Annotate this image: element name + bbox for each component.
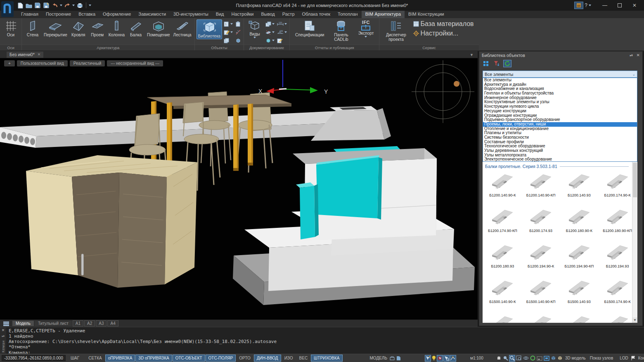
elevation-mark-button[interactable]: 100	[276, 28, 288, 36]
scrollbar-thumb[interactable]	[633, 163, 637, 197]
nastroyki-button[interactable]: Настройки...	[412, 30, 474, 37]
model-viewport[interactable]: + Пользовательский вид Реалистичный --- …	[0, 58, 478, 319]
visual-style-button[interactable]: Реалистичный	[70, 60, 105, 66]
beam-series-section-header[interactable]: Балки пролетные. Серия 3.503.1-81 ▲	[483, 162, 637, 170]
help-button[interactable]: ?	[585, 2, 587, 8]
open-folder-icon[interactable]	[25, 2, 33, 9]
object-numbering-button[interactable]: 1	[223, 20, 234, 28]
kolonna-button[interactable]: Колонна	[107, 19, 126, 38]
save-as-icon[interactable]	[43, 2, 50, 9]
app-logo-icon[interactable]	[1, 1, 14, 17]
selected-cyan-box[interactable]	[316, 155, 382, 220]
toggle-3d-oprivyazka[interactable]: 3D оПРИВЯЗКА	[135, 355, 172, 362]
close-button[interactable]: ✕	[627, 1, 642, 10]
eksport-ifc-button[interactable]: IFC Экспорт	[357, 19, 375, 38]
beam-item-partial[interactable]	[483, 312, 522, 323]
tab-bim-konstrukcii[interactable]: BIM Конструкции	[405, 11, 448, 18]
sheet-tab-a4[interactable]: А4	[107, 320, 118, 327]
panel-cadlib-button[interactable]: Панель CADLib	[329, 19, 353, 42]
osi-button[interactable]: Оси	[2, 19, 20, 38]
sheet-icon[interactable]	[395, 355, 401, 362]
category-combobox[interactable]: Все элементы ⌄	[483, 71, 637, 78]
proem-button[interactable]: Проем	[88, 19, 107, 38]
toggle-shag[interactable]: ШАГ	[68, 355, 82, 362]
new-file-icon[interactable]	[17, 2, 24, 9]
category-item[interactable]: Несущие конструкции	[483, 109, 637, 114]
object-explode-button[interactable]	[234, 28, 242, 36]
tab-topoplan[interactable]: Топоплан	[334, 11, 362, 18]
section-view-button[interactable]	[265, 28, 275, 36]
save-icon[interactable]	[34, 2, 41, 9]
contour-label[interactable]: Контур	[637, 356, 644, 360]
tab-oblaka-tochek[interactable]: Облака точек	[298, 11, 334, 18]
dispetcher-proekta-button[interactable]: Диспетчер проекта	[384, 19, 408, 42]
toggle-ots-obekt[interactable]: ОТС-ОБЪЕКТ	[173, 355, 205, 362]
biblioteka-button[interactable]: Библиотека	[197, 19, 222, 39]
view-name-button[interactable]: Пользовательский вид	[17, 60, 68, 66]
viewport-lock-icon[interactable]	[389, 355, 395, 362]
navigation-compass[interactable]	[412, 60, 474, 123]
document-close-icon[interactable]: ✕	[38, 52, 41, 57]
sheet-tab-model[interactable]: Модель	[12, 321, 34, 326]
select-cursor-icon[interactable]	[443, 355, 450, 362]
panel-scrollbar[interactable]: ▼	[632, 162, 637, 323]
beam-item[interactable]: Б1200.194.93	[598, 241, 637, 276]
pomeshchenie-button[interactable]: Помещение	[146, 19, 171, 38]
capture-icon[interactable]	[536, 355, 543, 362]
note-edit-button[interactable]	[276, 37, 288, 44]
toggle-ves[interactable]: ВЕС	[296, 355, 311, 362]
command-pin-icon[interactable]: ⏯	[2, 334, 5, 338]
print-icon[interactable]	[76, 2, 83, 9]
dimension-chain-button[interactable]: 120	[276, 20, 288, 28]
sheet-tab-a3[interactable]: А3	[96, 320, 107, 327]
qat-customize-icon[interactable]	[89, 5, 91, 6]
object-edit-button[interactable]	[223, 28, 234, 36]
tab-vstavka[interactable]: Вставка	[75, 11, 99, 18]
sheet-tab-title-sheet[interactable]: Титульный лист	[35, 321, 72, 326]
ribbon-ui-icon[interactable]	[574, 2, 583, 9]
beam-item[interactable]: Б1200.174.90-К	[598, 170, 637, 205]
zoom-extents-icon[interactable]	[516, 355, 522, 362]
lod-label[interactable]: LOD	[618, 356, 630, 360]
tab-glavnaya[interactable]: Главная	[17, 11, 42, 18]
category-item[interactable]: Электротехническое оборудование	[483, 157, 637, 162]
tab-oformlenie[interactable]: Оформление	[99, 11, 135, 18]
polyline-track-icon[interactable]	[450, 355, 456, 362]
tab-3d-instrumenty[interactable]: 3D-инструменты	[170, 11, 212, 18]
balka-button[interactable]: Балка	[127, 19, 145, 38]
beam-item[interactable]: Б1200.140.90-К	[483, 170, 522, 205]
object-paste-button[interactable]	[234, 20, 242, 28]
beam-item[interactable]: Б1200.194.90-КП	[560, 241, 599, 276]
show-nodes-label[interactable]: Показ узлов	[588, 356, 615, 360]
sheet-tab-a2[interactable]: А2	[84, 320, 95, 327]
autoscale-icon[interactable]	[530, 355, 536, 362]
beam-item[interactable]: Б1200.174.93	[522, 205, 560, 241]
pan-hand-icon[interactable]	[496, 355, 502, 362]
contour-flag-icon[interactable]	[630, 355, 636, 362]
beam-item-partial[interactable]	[522, 312, 560, 323]
command-history[interactable]: Е,ERASE,С,СТЕРЕТЬ - Удаление 1 найдено А…	[6, 327, 644, 354]
minimize-button[interactable]: —	[598, 1, 612, 10]
viewport-frame-icon[interactable]	[543, 355, 550, 362]
lestnitsa-button[interactable]: Лестница	[172, 19, 193, 38]
view-state-button[interactable]: --- несохраненный вид ---	[107, 60, 163, 66]
toggle-setka[interactable]: СЕТКА	[85, 355, 105, 362]
beam-item[interactable]: Б1500.140.90-КП	[522, 276, 560, 312]
beam-item[interactable]: Б1500.140.90-К	[483, 276, 522, 312]
detail-view-button[interactable]	[265, 37, 275, 44]
baza-materialov-button[interactable]: База материалов	[412, 20, 474, 28]
beam-item[interactable]: Б1200.180.90-КП	[598, 205, 637, 241]
toggle-shtrihovka[interactable]: ШТРИХОВКА	[311, 355, 342, 362]
specifikacii-button[interactable]: Спецификации	[294, 19, 325, 38]
scroll-down-icon[interactable]: ▼	[632, 317, 637, 323]
document-tab[interactable]: Без имени0*✕	[7, 52, 43, 58]
add-view-button[interactable]: +	[4, 60, 15, 66]
refresh-icon[interactable]	[503, 60, 511, 67]
beam-item[interactable]: Б1500.174.90-К	[598, 276, 637, 312]
sheet-list-icon[interactable]	[1, 320, 12, 327]
beam-item[interactable]: Б1200.140.90-КП	[522, 170, 560, 205]
visual-style-cube-icon[interactable]	[550, 355, 556, 362]
beam-item[interactable]: Б1200.174.90-КП	[483, 205, 522, 241]
stena-button[interactable]: Стена	[24, 19, 42, 38]
beam-item[interactable]: Б1500.140.93	[560, 276, 599, 312]
